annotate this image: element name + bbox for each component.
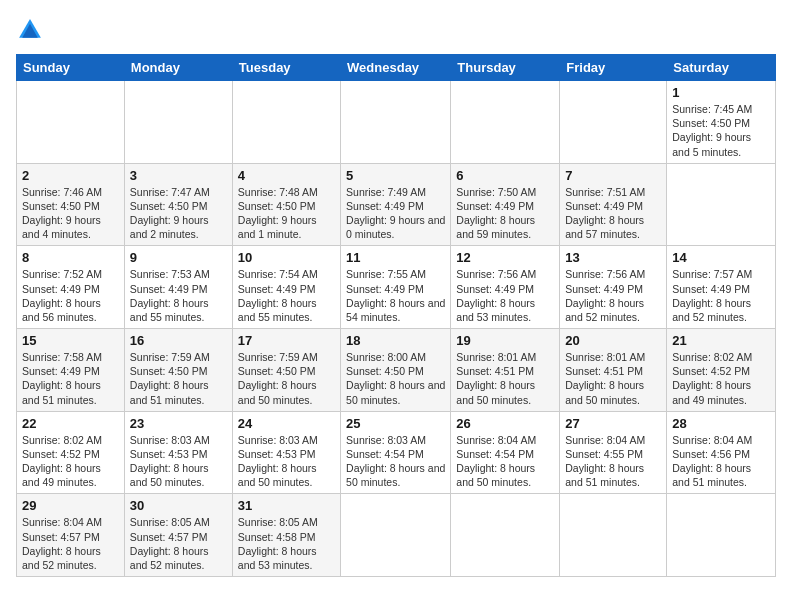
day-detail: Sunrise: 7:55 AMSunset: 4:49 PMDaylight:…: [346, 268, 445, 323]
day-detail: Sunrise: 7:48 AMSunset: 4:50 PMDaylight:…: [238, 186, 318, 241]
day-number: 17: [238, 333, 335, 348]
day-detail: Sunrise: 7:51 AMSunset: 4:49 PMDaylight:…: [565, 186, 645, 241]
calendar-cell: 26Sunrise: 8:04 AMSunset: 4:54 PMDayligh…: [451, 411, 560, 494]
calendar-cell: 14Sunrise: 7:57 AMSunset: 4:49 PMDayligh…: [667, 246, 776, 329]
logo-icon: [16, 16, 44, 44]
calendar-cell: 7Sunrise: 7:51 AMSunset: 4:49 PMDaylight…: [560, 163, 667, 246]
calendar-cell: 17Sunrise: 7:59 AMSunset: 4:50 PMDayligh…: [232, 329, 340, 412]
calendar-cell: 8Sunrise: 7:52 AMSunset: 4:49 PMDaylight…: [17, 246, 125, 329]
day-detail: Sunrise: 8:00 AMSunset: 4:50 PMDaylight:…: [346, 351, 445, 406]
day-detail: Sunrise: 7:45 AMSunset: 4:50 PMDaylight:…: [672, 103, 752, 158]
day-number: 24: [238, 416, 335, 431]
calendar-cell: [341, 81, 451, 164]
calendar-cell: 22Sunrise: 8:02 AMSunset: 4:52 PMDayligh…: [17, 411, 125, 494]
day-detail: Sunrise: 8:04 AMSunset: 4:55 PMDaylight:…: [565, 434, 645, 489]
calendar-cell: 12Sunrise: 7:56 AMSunset: 4:49 PMDayligh…: [451, 246, 560, 329]
day-number: 21: [672, 333, 770, 348]
calendar-week-4: 15Sunrise: 7:58 AMSunset: 4:49 PMDayligh…: [17, 329, 776, 412]
day-number: 26: [456, 416, 554, 431]
calendar-cell: 28Sunrise: 8:04 AMSunset: 4:56 PMDayligh…: [667, 411, 776, 494]
page-container: SundayMondayTuesdayWednesdayThursdayFrid…: [0, 0, 792, 587]
day-detail: Sunrise: 8:02 AMSunset: 4:52 PMDaylight:…: [22, 434, 102, 489]
calendar-cell: [341, 494, 451, 577]
calendar-cell: 15Sunrise: 7:58 AMSunset: 4:49 PMDayligh…: [17, 329, 125, 412]
calendar-cell: 1Sunrise: 7:45 AMSunset: 4:50 PMDaylight…: [667, 81, 776, 164]
calendar-cell: [667, 163, 776, 246]
calendar-header-row: SundayMondayTuesdayWednesdayThursdayFrid…: [17, 55, 776, 81]
day-number: 13: [565, 250, 661, 265]
header-day-wednesday: Wednesday: [341, 55, 451, 81]
day-number: 18: [346, 333, 445, 348]
day-detail: Sunrise: 7:46 AMSunset: 4:50 PMDaylight:…: [22, 186, 102, 241]
day-detail: Sunrise: 8:03 AMSunset: 4:53 PMDaylight:…: [238, 434, 318, 489]
header-row: [16, 16, 776, 44]
calendar-cell: 18Sunrise: 8:00 AMSunset: 4:50 PMDayligh…: [341, 329, 451, 412]
calendar-cell: 31Sunrise: 8:05 AMSunset: 4:58 PMDayligh…: [232, 494, 340, 577]
day-detail: Sunrise: 7:47 AMSunset: 4:50 PMDaylight:…: [130, 186, 210, 241]
day-detail: Sunrise: 7:54 AMSunset: 4:49 PMDaylight:…: [238, 268, 318, 323]
calendar-cell: 11Sunrise: 7:55 AMSunset: 4:49 PMDayligh…: [341, 246, 451, 329]
header-day-tuesday: Tuesday: [232, 55, 340, 81]
day-detail: Sunrise: 7:57 AMSunset: 4:49 PMDaylight:…: [672, 268, 752, 323]
calendar-cell: [560, 81, 667, 164]
day-number: 29: [22, 498, 119, 513]
day-number: 30: [130, 498, 227, 513]
header-day-sunday: Sunday: [17, 55, 125, 81]
header-day-thursday: Thursday: [451, 55, 560, 81]
calendar-cell: 9Sunrise: 7:53 AMSunset: 4:49 PMDaylight…: [124, 246, 232, 329]
day-number: 10: [238, 250, 335, 265]
calendar-cell: [560, 494, 667, 577]
header-day-monday: Monday: [124, 55, 232, 81]
calendar-cell: 23Sunrise: 8:03 AMSunset: 4:53 PMDayligh…: [124, 411, 232, 494]
day-detail: Sunrise: 8:03 AMSunset: 4:53 PMDaylight:…: [130, 434, 210, 489]
day-detail: Sunrise: 8:01 AMSunset: 4:51 PMDaylight:…: [456, 351, 536, 406]
day-number: 11: [346, 250, 445, 265]
day-number: 4: [238, 168, 335, 183]
day-detail: Sunrise: 8:04 AMSunset: 4:56 PMDaylight:…: [672, 434, 752, 489]
day-detail: Sunrise: 7:59 AMSunset: 4:50 PMDaylight:…: [130, 351, 210, 406]
calendar-cell: [667, 494, 776, 577]
day-detail: Sunrise: 7:58 AMSunset: 4:49 PMDaylight:…: [22, 351, 102, 406]
calendar-cell: [124, 81, 232, 164]
calendar-cell: 10Sunrise: 7:54 AMSunset: 4:49 PMDayligh…: [232, 246, 340, 329]
calendar-cell: [451, 81, 560, 164]
calendar-cell: 25Sunrise: 8:03 AMSunset: 4:54 PMDayligh…: [341, 411, 451, 494]
day-number: 28: [672, 416, 770, 431]
day-number: 7: [565, 168, 661, 183]
day-detail: Sunrise: 8:03 AMSunset: 4:54 PMDaylight:…: [346, 434, 445, 489]
day-number: 1: [672, 85, 770, 100]
calendar-cell: 29Sunrise: 8:04 AMSunset: 4:57 PMDayligh…: [17, 494, 125, 577]
day-detail: Sunrise: 7:53 AMSunset: 4:49 PMDaylight:…: [130, 268, 210, 323]
day-detail: Sunrise: 8:04 AMSunset: 4:57 PMDaylight:…: [22, 516, 102, 571]
calendar-week-5: 22Sunrise: 8:02 AMSunset: 4:52 PMDayligh…: [17, 411, 776, 494]
day-number: 16: [130, 333, 227, 348]
day-number: 23: [130, 416, 227, 431]
day-number: 5: [346, 168, 445, 183]
day-detail: Sunrise: 7:59 AMSunset: 4:50 PMDaylight:…: [238, 351, 318, 406]
calendar-cell: 2Sunrise: 7:46 AMSunset: 4:50 PMDaylight…: [17, 163, 125, 246]
day-number: 12: [456, 250, 554, 265]
day-detail: Sunrise: 7:49 AMSunset: 4:49 PMDaylight:…: [346, 186, 445, 241]
day-number: 9: [130, 250, 227, 265]
day-number: 31: [238, 498, 335, 513]
calendar-cell: 24Sunrise: 8:03 AMSunset: 4:53 PMDayligh…: [232, 411, 340, 494]
day-detail: Sunrise: 8:02 AMSunset: 4:52 PMDaylight:…: [672, 351, 752, 406]
day-detail: Sunrise: 8:05 AMSunset: 4:57 PMDaylight:…: [130, 516, 210, 571]
calendar-cell: 21Sunrise: 8:02 AMSunset: 4:52 PMDayligh…: [667, 329, 776, 412]
day-number: 14: [672, 250, 770, 265]
calendar-cell: 13Sunrise: 7:56 AMSunset: 4:49 PMDayligh…: [560, 246, 667, 329]
day-detail: Sunrise: 7:56 AMSunset: 4:49 PMDaylight:…: [565, 268, 645, 323]
calendar-cell: 30Sunrise: 8:05 AMSunset: 4:57 PMDayligh…: [124, 494, 232, 577]
day-number: 3: [130, 168, 227, 183]
day-number: 22: [22, 416, 119, 431]
calendar-cell: [451, 494, 560, 577]
logo: [16, 16, 48, 44]
header-day-friday: Friday: [560, 55, 667, 81]
day-detail: Sunrise: 8:04 AMSunset: 4:54 PMDaylight:…: [456, 434, 536, 489]
calendar-cell: [17, 81, 125, 164]
calendar-cell: 5Sunrise: 7:49 AMSunset: 4:49 PMDaylight…: [341, 163, 451, 246]
calendar-week-2: 2Sunrise: 7:46 AMSunset: 4:50 PMDaylight…: [17, 163, 776, 246]
day-detail: Sunrise: 7:50 AMSunset: 4:49 PMDaylight:…: [456, 186, 536, 241]
calendar-table: SundayMondayTuesdayWednesdayThursdayFrid…: [16, 54, 776, 577]
calendar-week-1: 1Sunrise: 7:45 AMSunset: 4:50 PMDaylight…: [17, 81, 776, 164]
